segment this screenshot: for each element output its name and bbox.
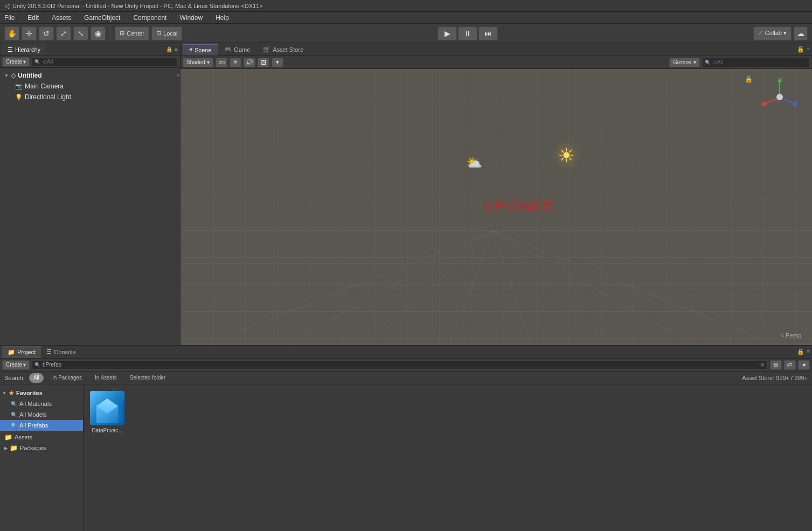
svg-point-24 (776, 94, 783, 100)
scene-canvas[interactable]: ☀ ⛅ 打开后的界面 y x (181, 69, 812, 345)
audio-button[interactable]: 🔊 (244, 58, 255, 67)
tool-transform[interactable]: ◉ (91, 26, 106, 40)
toolbar: ✋ ✛ ↺ ⤢ ⤡ ◉ ⊞ Center ⊡ Local ▶ ⏸ ⏭ ✓ Col… (0, 24, 812, 43)
hierarchy-search-input[interactable]: 🔍 ⊙All (32, 57, 178, 67)
tab-game[interactable]: 🎮 Game (218, 44, 256, 56)
tab-console[interactable]: ☰ Console (41, 346, 81, 358)
sidebar-item-all-models[interactable]: 🔍 All Models (0, 409, 83, 420)
sidebar-item-all-prefabs[interactable]: 🔍 All Prefabs (0, 420, 83, 431)
2d-button[interactable]: 2D (216, 58, 227, 67)
tab-hierarchy[interactable]: ☰ Hierarchy (2, 44, 46, 56)
project-area: ▼ ★ Favorites 🔍 All Materials 🔍 All Mode… (0, 384, 812, 531)
bottom-menu-icon[interactable]: ≡ (807, 348, 810, 355)
step-button[interactable]: ⏭ (478, 26, 498, 40)
bottom-content: Create ▾ 🔍 t:Prefab ✕ ⊞ 🏷 ★ Search: All … (0, 358, 812, 531)
fx-arrow-button[interactable]: ▾ (272, 58, 283, 67)
pivot-center-button[interactable]: ⊞ Center (115, 26, 149, 40)
shading-dropdown[interactable]: Shaded ▾ (183, 58, 213, 67)
project-filter-icon-button[interactable]: ⊞ (770, 360, 782, 370)
search-icon-materials: 🔍 (11, 401, 17, 407)
filter-all-button[interactable]: All (29, 373, 44, 383)
project-search-icon: 🔍 (34, 362, 40, 368)
sidebar-item-all-materials[interactable]: 🔍 All Materials (0, 398, 83, 409)
asset-item-dataprivacy[interactable]: DataPrivac... (88, 389, 127, 436)
sidebar-item-assets[interactable]: 📁 Assets (0, 432, 83, 443)
scene-toolbar: Shaded ▾ 2D ☀ 🔊 🖼 ▾ Gizmos ▾ 🔍 ⊙All (181, 56, 812, 69)
play-button[interactable]: ▶ (438, 26, 457, 40)
hierarchy-create-button[interactable]: Create ▾ (2, 57, 30, 67)
gizmos-dropdown[interactable]: Gizmos ▾ (669, 58, 700, 67)
scene-hash-icon: # (189, 47, 192, 53)
svg-marker-27 (118, 399, 124, 423)
tool-move[interactable]: ✛ (22, 26, 37, 40)
bottom-tab-bar: 📁 Project ☰ Console 🔒 ≡ (0, 346, 812, 358)
project-tag-button[interactable]: 🏷 (784, 360, 796, 370)
tool-rect[interactable]: ⤡ (73, 26, 88, 40)
favorites-arrow-icon: ▼ (2, 391, 6, 396)
hierarchy-content: ▼ ◇ Untitled ≡ 📷 Main Camera 💡 Direction… (0, 68, 180, 345)
search-clear-button[interactable]: ✕ (760, 361, 765, 369)
menu-component[interactable]: Component (131, 13, 169, 23)
gizmo-widget[interactable]: y x z (758, 75, 801, 119)
pivot-local-icon: ⊡ (156, 30, 161, 37)
pivot-center-icon: ⊞ (120, 30, 124, 37)
project-sidebar: ▼ ★ Favorites 🔍 All Materials 🔍 All Mode… (0, 384, 84, 531)
scene-menu-icon[interactable]: ≡ (807, 46, 810, 53)
console-tab-icon: ☰ (46, 348, 52, 355)
project-star-button[interactable]: ★ (798, 360, 810, 370)
bottom-tab-right-icons: 🔒 ≡ (797, 348, 810, 355)
scene-lock-icon[interactable]: 🔒 (797, 46, 804, 53)
tab-asset-store[interactable]: 🛒 Asset Store (256, 44, 310, 56)
hierarchy-item-light[interactable]: 💡 Directional Light (0, 92, 180, 102)
top-section: ☰ Hierarchy 🔒 ≡ Create ▾ 🔍 ⊙All (0, 43, 812, 345)
bottom-section: 📁 Project ☰ Console 🔒 ≡ Create ▾ 🔍 (0, 345, 812, 531)
hierarchy-panel-icons[interactable]: 🔒 ≡ (166, 46, 178, 52)
play-controls: ▶ ⏸ ⏭ (438, 26, 498, 40)
tool-scale[interactable]: ⤢ (56, 26, 71, 40)
perspective-label: < Persp (781, 332, 801, 339)
project-search-bar[interactable]: 🔍 t:Prefab ✕ (32, 360, 768, 370)
hierarchy-scene-item[interactable]: ▼ ◇ Untitled ≡ (0, 70, 180, 81)
menu-window[interactable]: Window (177, 13, 205, 23)
menubar: File Edit Assets GameObject Component Wi… (0, 12, 812, 24)
favorites-header[interactable]: ▼ ★ Favorites (0, 388, 83, 398)
filter-selected-folder-button[interactable]: Selected folder (126, 373, 170, 383)
menu-gameobject[interactable]: GameObject (82, 13, 122, 23)
fx-button[interactable]: 🖼 (258, 58, 269, 67)
create-arrow-icon: ▾ (23, 362, 26, 368)
asset-icon-dataprivacy (90, 391, 124, 425)
hierarchy-toolbar: Create ▾ 🔍 ⊙All (0, 56, 180, 68)
collab-button[interactable]: ✓ Collab ▾ (753, 26, 792, 40)
tool-hand[interactable]: ✋ (4, 26, 19, 40)
collapse-arrow-icon: ▼ (4, 73, 9, 78)
asset-store-count: Asset Store: 999+ / 999+ (742, 375, 808, 381)
arrow-right-packages-icon: ▶ (4, 446, 8, 451)
tab-project[interactable]: 📁 Project (2, 346, 41, 358)
hierarchy-scene-menu-icon[interactable]: ≡ (177, 73, 180, 79)
menu-file[interactable]: File (2, 13, 17, 23)
cloud-button[interactable]: ☁ (794, 26, 808, 40)
bottom-lock-icon[interactable]: 🔒 (797, 348, 804, 355)
unity-logo-icon: ◁ (4, 2, 9, 10)
menu-edit[interactable]: Edit (25, 13, 41, 23)
menu-icon: ≡ (175, 46, 178, 52)
sidebar-item-packages[interactable]: ▶ 📁 Packages (0, 443, 83, 453)
separator-1 (110, 26, 110, 40)
search-icon: 🔍 (34, 59, 40, 65)
hierarchy-item-camera[interactable]: 📷 Main Camera (0, 81, 180, 92)
filter-assets-button[interactable]: In Assets (91, 373, 121, 383)
project-create-button[interactable]: Create ▾ (2, 360, 30, 370)
filter-packages-button[interactable]: In Packages (48, 373, 86, 383)
pause-button[interactable]: ⏸ (458, 26, 477, 40)
scene-search-input[interactable]: 🔍 ⊙All (702, 58, 810, 67)
menu-assets[interactable]: Assets (50, 13, 73, 23)
scene-tab-bar: # Scene 🎮 Game 🛒 Asset Store 🔒 ≡ (181, 43, 812, 56)
asset-name-dataprivacy: DataPrivac... (92, 427, 122, 433)
light-icon: 💡 (15, 94, 23, 101)
tab-scene[interactable]: # Scene (183, 44, 218, 56)
lighting-button[interactable]: ☀ (230, 58, 241, 67)
search-label: Search: (4, 375, 25, 381)
menu-help[interactable]: Help (213, 13, 231, 23)
pivot-local-button[interactable]: ⊡ Local (151, 26, 182, 40)
tool-rotate[interactable]: ↺ (39, 26, 54, 40)
